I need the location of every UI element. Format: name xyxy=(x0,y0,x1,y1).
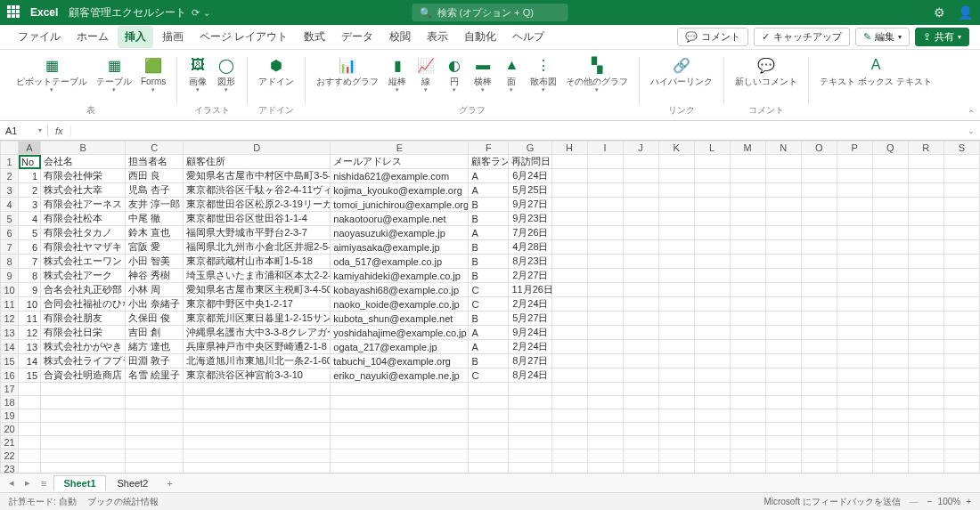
cell-M10[interactable] xyxy=(730,283,765,297)
cell-C5[interactable]: 中尾 徹 xyxy=(126,212,184,226)
column-header-D[interactable]: D xyxy=(184,142,331,155)
cell-O1[interactable] xyxy=(801,155,837,169)
add-sheet-button[interactable]: + xyxy=(161,478,177,489)
cell-Q6[interactable] xyxy=(872,226,908,240)
sheet-tab-Sheet2[interactable]: Sheet2 xyxy=(108,475,159,491)
cell-J22[interactable] xyxy=(623,449,658,463)
cell-A5[interactable]: 4 xyxy=(19,212,41,226)
cell-K12[interactable] xyxy=(658,312,694,326)
cell-M13[interactable] xyxy=(730,326,765,340)
cell-O18[interactable] xyxy=(801,396,837,409)
cell-M7[interactable] xyxy=(730,240,765,255)
cell-B16[interactable]: 合資会社明造商店 xyxy=(41,368,126,383)
select-all-corner[interactable] xyxy=(1,142,19,155)
cell-J16[interactable] xyxy=(623,368,658,383)
cell-J17[interactable] xyxy=(623,383,658,396)
cell-O14[interactable] xyxy=(801,340,837,354)
cell-Q21[interactable] xyxy=(872,436,908,449)
cell-F10[interactable]: C xyxy=(469,283,509,297)
cell-B23[interactable] xyxy=(41,463,126,474)
cell-B5[interactable]: 有限会社松本 xyxy=(41,212,126,226)
cell-C21[interactable] xyxy=(126,436,184,449)
cell-R8[interactable] xyxy=(908,255,943,269)
name-box[interactable]: A1 ▾ xyxy=(0,125,48,136)
cell-H9[interactable] xyxy=(551,269,587,283)
cell-E22[interactable] xyxy=(331,449,469,463)
cell-N2[interactable] xyxy=(765,169,801,183)
cell-M16[interactable] xyxy=(730,368,765,383)
row-header-13[interactable]: 13 xyxy=(1,326,19,340)
menu-tab-自動化[interactable]: 自動化 xyxy=(457,26,503,48)
row-header-6[interactable]: 6 xyxy=(1,226,19,240)
cell-H3[interactable] xyxy=(551,183,587,198)
cell-F15[interactable]: B xyxy=(469,354,509,368)
cell-G9[interactable]: 2月27日 xyxy=(509,269,551,283)
cell-G12[interactable]: 5月27日 xyxy=(509,312,551,326)
cell-S13[interactable] xyxy=(943,326,979,340)
cell-J23[interactable] xyxy=(623,463,658,474)
cell-C1[interactable]: 担当者名 xyxy=(126,155,184,169)
cell-A19[interactable] xyxy=(19,409,41,423)
cell-G6[interactable]: 7月26日 xyxy=(509,226,551,240)
cell-N23[interactable] xyxy=(765,463,801,474)
cell-H15[interactable] xyxy=(551,354,587,368)
cell-M23[interactable] xyxy=(730,463,765,474)
cell-K2[interactable] xyxy=(658,169,694,183)
cell-P2[interactable] xyxy=(837,169,872,183)
cell-H7[interactable] xyxy=(551,240,587,255)
cell-L20[interactable] xyxy=(694,423,730,436)
cell-K4[interactable] xyxy=(658,198,694,212)
cell-A22[interactable] xyxy=(19,449,41,463)
column-header-E[interactable]: E xyxy=(331,142,469,155)
cell-C12[interactable]: 久保田 俊 xyxy=(126,312,184,326)
ribbon-面-button[interactable]: ▲面▾ xyxy=(498,53,525,95)
cell-S6[interactable] xyxy=(943,226,979,240)
cell-I23[interactable] xyxy=(587,463,623,474)
row-header-19[interactable]: 19 xyxy=(1,409,19,423)
cell-K10[interactable] xyxy=(658,283,694,297)
row-header-23[interactable]: 23 xyxy=(1,463,19,474)
cell-D21[interactable] xyxy=(184,436,331,449)
sheet-list-icon[interactable]: ≡ xyxy=(37,478,50,489)
cell-N4[interactable] xyxy=(765,198,801,212)
cell-L14[interactable] xyxy=(694,340,730,354)
cell-Q9[interactable] xyxy=(872,269,908,283)
cell-M11[interactable] xyxy=(730,297,765,312)
cell-O22[interactable] xyxy=(801,449,837,463)
cell-J8[interactable] xyxy=(623,255,658,269)
cell-E19[interactable] xyxy=(331,409,469,423)
cell-D9[interactable]: 埼玉県さいたま市浦和区本太2-2-15 xyxy=(184,269,331,283)
cell-L11[interactable] xyxy=(694,297,730,312)
cell-D19[interactable] xyxy=(184,409,331,423)
catchup-button[interactable]: ✓キャッチアップ xyxy=(754,28,850,46)
cell-N19[interactable] xyxy=(765,409,801,423)
ribbon-その他のグラフ-button[interactable]: ▚その他のグラフ▾ xyxy=(562,53,632,95)
cell-P3[interactable] xyxy=(837,183,872,198)
cell-R18[interactable] xyxy=(908,396,943,409)
cell-E2[interactable]: nishida621@example.com xyxy=(331,169,469,183)
cell-B7[interactable]: 有限会社ヤマザキ xyxy=(41,240,126,255)
cell-B14[interactable]: 株式会社かがやき xyxy=(41,340,126,354)
cell-R20[interactable] xyxy=(908,423,943,436)
cell-F14[interactable]: A xyxy=(469,340,509,354)
cell-A13[interactable]: 12 xyxy=(19,326,41,340)
cell-Q17[interactable] xyxy=(872,383,908,396)
cell-Q11[interactable] xyxy=(872,297,908,312)
cell-O10[interactable] xyxy=(801,283,837,297)
cell-O19[interactable] xyxy=(801,409,837,423)
cell-S16[interactable] xyxy=(943,368,979,383)
cell-F9[interactable]: B xyxy=(469,269,509,283)
cell-H13[interactable] xyxy=(551,326,587,340)
cell-G3[interactable]: 5月25日 xyxy=(509,183,551,198)
cell-C2[interactable]: 西田 良 xyxy=(126,169,184,183)
cell-R23[interactable] xyxy=(908,463,943,474)
cell-F16[interactable]: C xyxy=(469,368,509,383)
cell-O15[interactable] xyxy=(801,354,837,368)
cell-A17[interactable] xyxy=(19,383,41,396)
cell-B1[interactable]: 会社名 xyxy=(41,155,126,169)
cell-D2[interactable]: 愛知県名古屋市中村区中島町3-5-17 xyxy=(184,169,331,183)
cell-R3[interactable] xyxy=(908,183,943,198)
cell-C17[interactable] xyxy=(126,383,184,396)
ribbon-図形-button[interactable]: ◯図形▾ xyxy=(213,53,240,95)
cell-B22[interactable] xyxy=(41,449,126,463)
